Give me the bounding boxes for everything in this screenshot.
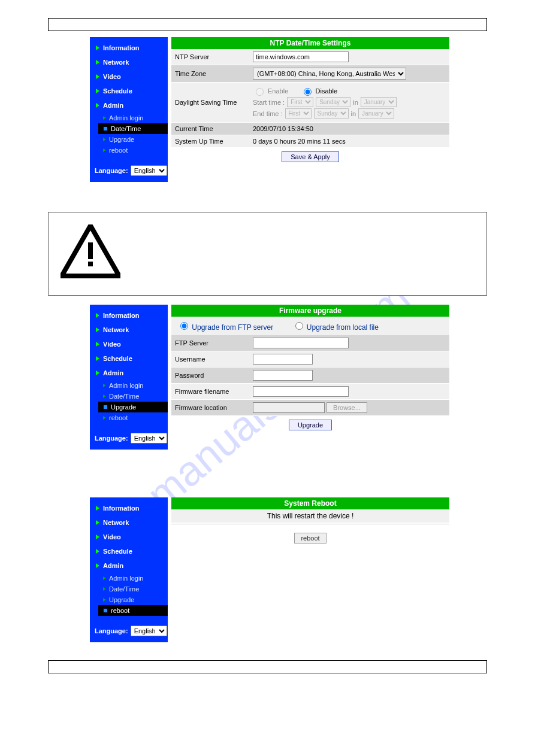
sidebar-item-admin[interactable]: Admin <box>90 366 168 380</box>
reboot-button[interactable]: reboot <box>294 533 326 544</box>
label: Network <box>103 59 129 66</box>
sidebar-item-information[interactable]: Information <box>90 501 168 515</box>
arrow-icon <box>103 587 106 591</box>
language-label: Language: <box>95 167 128 174</box>
sidebar-item-network[interactable]: Network <box>90 55 168 69</box>
svg-rect-1 <box>88 242 93 259</box>
label: Upgrade <box>109 136 134 143</box>
timezone-label: Time Zone <box>171 65 249 83</box>
sidebar-item-network[interactable]: Network <box>90 323 168 337</box>
arrow-icon <box>96 327 99 332</box>
arrow-icon <box>96 103 99 108</box>
arrow-icon <box>96 45 99 50</box>
ftp-server-input[interactable] <box>253 338 349 348</box>
sidebar-sub-upgrade[interactable]: Upgrade <box>90 134 168 145</box>
upgrade-ftp-option[interactable]: Upgrade from FTP server <box>177 323 273 332</box>
label: Admin login <box>109 575 143 582</box>
sidebar-sub-upgrade[interactable]: Upgrade <box>90 594 168 605</box>
arrow-icon <box>96 535 99 539</box>
ntp-server-input[interactable] <box>253 51 349 62</box>
disable-label: Disable <box>316 87 338 95</box>
sidebar-item-information[interactable]: Information <box>90 41 168 55</box>
sidebar-sub-date-time[interactable]: Date/Time <box>98 123 168 134</box>
dst-disable-radio[interactable] <box>304 88 312 96</box>
browse-button[interactable]: Browse... <box>327 402 367 413</box>
label: Date/Time <box>109 393 139 400</box>
end-day-select[interactable]: Sunday <box>314 108 349 119</box>
label: reboot <box>111 607 129 614</box>
upgrade-local-option[interactable]: Upgrade from local file <box>292 323 379 332</box>
sidebar-item-network[interactable]: Network <box>90 515 168 530</box>
sidebar-sub-upgrade[interactable]: Upgrade <box>98 402 168 412</box>
language-select[interactable]: English <box>131 626 167 636</box>
arrow-icon <box>103 576 106 580</box>
arrow-icon <box>96 563 99 568</box>
sidebar-item-video[interactable]: Video <box>90 69 168 84</box>
label: Schedule <box>103 87 132 95</box>
divider <box>171 524 449 524</box>
sidebar-item-schedule[interactable]: Schedule <box>90 351 168 366</box>
upgrade-local-radio[interactable] <box>295 322 303 330</box>
firmware-filename-input[interactable] <box>253 386 349 397</box>
label: Admin <box>103 562 123 569</box>
section-title: Firmware upgrade <box>171 305 449 317</box>
arrow-icon <box>103 148 106 152</box>
sidebar-item-information[interactable]: Information <box>90 308 168 323</box>
content-datetime: NTP Date/Time Settings NTP Server Time Z… <box>171 37 449 182</box>
label: Admin <box>103 102 123 109</box>
language-row: Language: English <box>90 622 168 637</box>
upgrade-ftp-radio[interactable] <box>180 322 188 330</box>
sidebar-sub-reboot[interactable]: reboot <box>98 605 168 616</box>
end-month-select[interactable]: January <box>358 108 394 119</box>
dst-enable-radio[interactable] <box>256 88 264 96</box>
sidebar-item-schedule[interactable]: Schedule <box>90 544 168 558</box>
language-select[interactable]: English <box>131 433 167 444</box>
arrow-icon <box>103 116 106 120</box>
label: Video <box>103 341 121 348</box>
arrow-icon <box>96 74 99 79</box>
start-month-select[interactable]: January <box>361 97 397 107</box>
sidebar-sub-reboot[interactable]: reboot <box>90 145 168 156</box>
current-time-label: Current Time <box>171 123 249 135</box>
label: Network <box>103 519 129 526</box>
start-ord-select[interactable]: First <box>287 97 313 107</box>
language-label: Language: <box>95 627 128 634</box>
end-ord-select[interactable]: First <box>285 108 312 119</box>
username-input[interactable] <box>253 354 313 365</box>
sidebar-sub-admin-login[interactable]: Admin login <box>90 573 168 584</box>
content-upgrade: Firmware upgrade Upgrade from FTP server… <box>171 305 449 450</box>
label: Video <box>103 533 121 541</box>
sidebar-sub-reboot[interactable]: reboot <box>90 412 168 423</box>
arrow-icon <box>103 416 106 420</box>
sidebar-item-admin[interactable]: Admin <box>90 558 168 573</box>
uptime-value: 0 days 0 hours 20 mins 11 secs <box>249 135 449 148</box>
sidebar-item-admin[interactable]: Admin <box>90 98 168 113</box>
section-title: System Reboot <box>171 497 449 509</box>
enable-label: Enable <box>268 87 288 95</box>
sidebar-sub-date-time[interactable]: Date/Time <box>90 391 168 402</box>
sidebar-sub-admin-login[interactable]: Admin login <box>90 113 168 123</box>
sidebar-item-schedule[interactable]: Schedule <box>90 84 168 98</box>
label: Schedule <box>103 548 132 555</box>
arrow-icon <box>96 371 99 375</box>
password-label: Password <box>171 368 249 384</box>
save-apply-button[interactable]: Save & Apply <box>282 151 338 162</box>
arrow-icon <box>96 356 99 361</box>
label: Information <box>103 44 140 51</box>
password-input[interactable] <box>253 370 313 381</box>
firmware-location-label: Firmware location <box>171 400 249 416</box>
label: Admin login <box>109 382 143 389</box>
start-day-select[interactable]: Sunday <box>316 97 350 107</box>
language-select[interactable]: English <box>131 165 167 176</box>
reboot-message: This will restart the device ! <box>171 509 449 523</box>
arrow-icon <box>96 506 99 511</box>
sidebar-item-video[interactable]: Video <box>90 530 168 544</box>
current-time-value: 2009/07/10 15:34:50 <box>249 123 449 135</box>
label: Date/Time <box>109 585 139 593</box>
sidebar-item-video[interactable]: Video <box>90 337 168 351</box>
ntp-server-label: NTP Server <box>171 49 249 65</box>
sidebar-sub-admin-login[interactable]: Admin login <box>90 380 168 391</box>
timezone-select[interactable]: (GMT+08:00) China, Hong Kong, Australia … <box>253 68 406 80</box>
upgrade-button[interactable]: Upgrade <box>289 420 332 430</box>
sidebar-sub-date-time[interactable]: Date/Time <box>90 584 168 594</box>
